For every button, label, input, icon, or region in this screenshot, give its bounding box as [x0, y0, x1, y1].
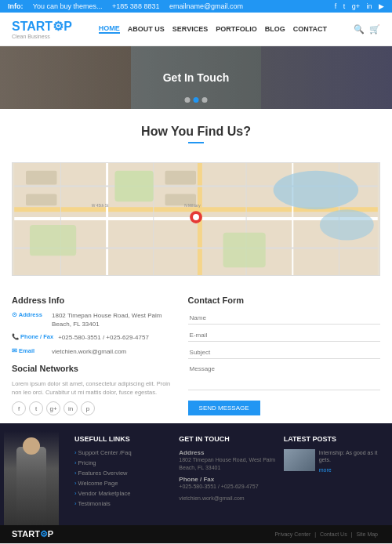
footer-link-5[interactable]: Vendor Marketplace: [74, 490, 171, 497]
address-label-addr: ⊙ Address: [12, 311, 47, 328]
footer-link-2[interactable]: Pricing: [74, 459, 171, 466]
logo-text: START⚙P: [12, 20, 72, 33]
social-text: Lorem ipsum dolor sit amet, consectetur …: [12, 379, 172, 397]
top-bar-left: Info: You can buy themes... +185 388 883…: [8, 2, 251, 10]
hero-title: Get In Touch: [163, 71, 230, 84]
latest-post-title: Internship: As good as it gets.: [319, 449, 380, 463]
form-subject-field: [188, 346, 380, 359]
svg-rect-14: [114, 171, 153, 201]
latest-post-info: Internship: As good as it gets. more: [319, 449, 380, 474]
fb-icon[interactable]: f: [335, 2, 337, 10]
address-info: Address Info ⊙ Address 1802 Timepan Hous…: [12, 296, 172, 415]
social-tw[interactable]: t: [29, 401, 43, 415]
footer-address-item: Address 1802 Timepan House Road, West Pa…: [179, 449, 275, 472]
footer-link-4[interactable]: Welcome Page: [74, 480, 171, 487]
svg-point-12: [274, 171, 358, 209]
dot-3[interactable]: [202, 97, 208, 103]
address-val-phone: +025-580-3551 / +025-629-4757: [58, 333, 149, 342]
social-fb[interactable]: f: [12, 401, 26, 415]
contact-form-heading: Contact Form: [188, 296, 380, 305]
svg-point-22: [193, 214, 199, 220]
footer-phone-label: Phone / Fax: [179, 476, 275, 483]
address-val-email: vietchien.work@gmail.com: [52, 347, 126, 356]
tw-icon[interactable]: t: [343, 2, 346, 10]
footer-link-contact[interactable]: Contact Us: [320, 531, 347, 537]
form-email-field: [188, 328, 380, 342]
top-bar: Info: You can buy themes... +185 388 883…: [0, 0, 392, 13]
svg-point-13: [320, 209, 374, 240]
social-gp[interactable]: g+: [46, 401, 60, 415]
search-icon[interactable]: 🔍: [354, 24, 365, 34]
social-section: Social Networks Lorem ipsum dolor sit am…: [12, 364, 172, 416]
svg-rect-19: [165, 171, 196, 185]
latest-thumb: [284, 449, 315, 471]
top-brand: Info:: [8, 2, 24, 10]
address-val-addr: 1802 Timepan House Road, West Palm Beach…: [52, 311, 172, 328]
svg-text:W 45th St: W 45th St: [92, 204, 109, 208]
footer-link-1[interactable]: Support Center /Faq: [74, 449, 171, 456]
hero: Get In Touch: [0, 46, 392, 109]
subject-input[interactable]: [188, 346, 380, 359]
nav-blog[interactable]: BLOG: [265, 25, 285, 33]
nav-home[interactable]: HOME: [99, 24, 120, 34]
footer-col-touch: Get In Touch Address 1802 Timepan House …: [179, 435, 275, 513]
logo-sub: Clean Business: [12, 34, 72, 39]
footer-addr-val: 1802 Timepan House Road, West Palm Beach…: [179, 456, 275, 472]
top-phone: +185 388 8831: [112, 2, 159, 10]
latest-post-link[interactable]: more: [319, 467, 332, 473]
dot-1[interactable]: [185, 97, 191, 103]
form-name-field: [188, 311, 380, 325]
address-label-email: ✉ Email: [12, 347, 47, 356]
nav-contact[interactable]: CONTACT: [293, 25, 327, 33]
dot-2[interactable]: [194, 97, 199, 103]
latest-post-item: Internship: As good as it gets. more: [284, 449, 380, 474]
section-find: How You Find Us?: [0, 109, 392, 154]
gp-icon[interactable]: g+: [352, 2, 360, 10]
address-row-email: ✉ Email vietchien.work@gmail.com: [12, 347, 172, 356]
name-input[interactable]: [188, 312, 380, 325]
social-pi[interactable]: p: [81, 401, 95, 415]
send-button[interactable]: SEND MESSAGE: [188, 401, 260, 415]
logo-char: ⚙: [53, 20, 64, 33]
li-icon[interactable]: in: [366, 2, 372, 10]
footer-addr-label: Address: [179, 449, 275, 456]
email-input[interactable]: [188, 329, 380, 342]
nav-portfolio[interactable]: PORTFOLIO: [216, 25, 257, 33]
footer-links-list: Support Center /Faq Pricing Features Ove…: [74, 449, 171, 507]
footer-col-posts: Latest Posts Internship: As good as it g…: [284, 435, 380, 513]
svg-text:N Military: N Military: [184, 204, 201, 208]
top-tagline: You can buy themes...: [33, 2, 103, 10]
footer-logo-char: ⚙: [40, 529, 48, 539]
footer-link-6[interactable]: Testimonials: [74, 500, 171, 507]
footer-person: [4, 431, 59, 525]
footer-cols: Usefull Links Support Center /Faq Pricin…: [74, 435, 380, 513]
footer-link-privacy[interactable]: Privacy Center: [274, 531, 310, 537]
info-section: Address Info ⊙ Address 1802 Timepan Hous…: [0, 284, 392, 423]
footer-bottom-logo: START⚙P: [12, 529, 53, 539]
hero-person-left: [0, 46, 131, 109]
nav-icons: 🔍 🛒: [354, 24, 380, 34]
social-li[interactable]: in: [64, 401, 78, 415]
heading-divider: [188, 142, 204, 143]
address-heading: Address Info: [12, 296, 172, 305]
footer-link-3[interactable]: Features Overview: [74, 470, 171, 477]
svg-rect-15: [30, 225, 76, 256]
footer-links-heading: Usefull Links: [74, 435, 171, 443]
footer-phone-val: +025-580-3551 / +025-629-4757: [179, 483, 275, 491]
address-label-phone: 📞 Phone / Fax: [12, 333, 53, 342]
footer-email-val: vietchien.work@gmail.com: [179, 495, 275, 502]
footer-col-links: Usefull Links Support Center /Faq Pricin…: [74, 435, 171, 513]
yt-icon[interactable]: ▶: [379, 2, 384, 10]
social-heading: Social Networks: [12, 364, 172, 373]
nav-about[interactable]: ABOUT US: [128, 25, 165, 33]
nav-services[interactable]: SERVICES: [172, 25, 208, 33]
svg-rect-17: [26, 171, 56, 185]
top-bar-right: f t g+ in ▶: [330, 2, 384, 10]
footer-link-sitemap[interactable]: Site Map: [356, 531, 378, 537]
map-container: W 45th St N Military: [12, 162, 380, 276]
hero-person-right: [261, 46, 392, 109]
footer-phone-item: Phone / Fax +025-580-3551 / +025-629-475…: [179, 476, 275, 491]
svg-rect-16: [223, 233, 266, 267]
cart-icon[interactable]: 🛒: [369, 24, 380, 34]
message-input[interactable]: [188, 363, 380, 390]
